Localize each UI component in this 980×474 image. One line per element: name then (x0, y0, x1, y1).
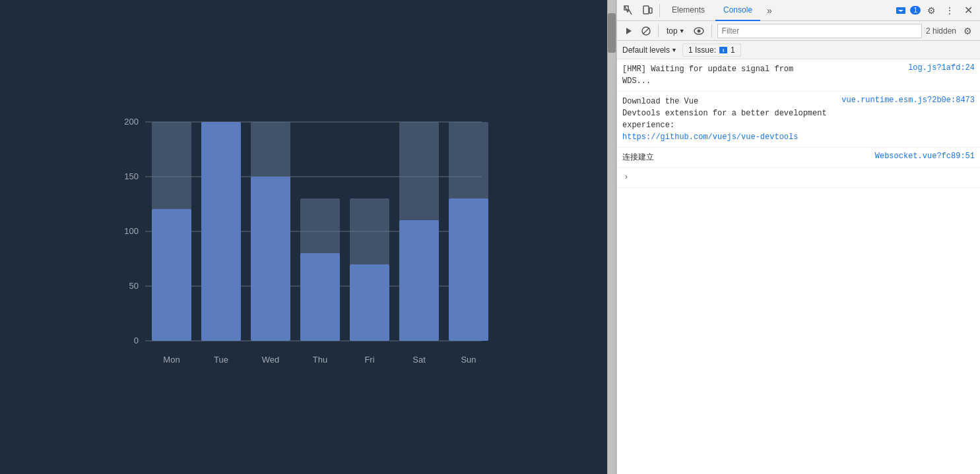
svg-rect-19 (350, 264, 389, 341)
scrollbar-thumb[interactable] (608, 13, 616, 53)
console-message-link[interactable]: vue.runtime.esm.js?2b0e:8473 (841, 96, 975, 105)
toolbar2-divider (658, 24, 659, 38)
tab-console[interactable]: Console (715, 0, 760, 21)
devtools-panel: Elements Console » 1 ⚙ ⋮ ✕ (616, 0, 980, 474)
svg-text:Thu: Thu (313, 355, 327, 365)
devtools-toolbar: Elements Console » 1 ⚙ ⋮ ✕ (617, 0, 980, 21)
devtools-toolbar3: Default levels ▼ 1 Issue: i 1 (617, 41, 980, 59)
message-icon (896, 5, 906, 16)
svg-text:Wed: Wed (262, 355, 280, 365)
chart-panel: 200 150 100 50 0 (0, 0, 607, 474)
hidden-count: 2 hidden (926, 26, 956, 36)
console-settings-button[interactable]: ⚙ (960, 24, 975, 38)
svg-text:i: i (723, 47, 724, 53)
svg-text:50: 50 (129, 281, 139, 291)
console-entry: [HMR] Waiting for update signal from WDS… (617, 59, 980, 92)
svg-rect-33 (649, 8, 652, 13)
svg-text:100: 100 (124, 226, 139, 236)
svg-text:Fri: Fri (364, 355, 374, 365)
bar-chart: 200 150 100 50 0 (112, 89, 495, 386)
execute-button[interactable] (622, 24, 636, 38)
page-scrollbar[interactable] (607, 0, 616, 474)
svg-text:0: 0 (134, 336, 139, 345)
more-tabs-button[interactable]: » (763, 3, 776, 18)
console-message-text: [HMR] Waiting for update signal from WDS… (622, 63, 908, 87)
console-message-text: Download the Vue Devtools extension for … (622, 96, 841, 143)
vue-devtools-url-link[interactable]: https://github.com/vuejs/vue-devtools (622, 133, 798, 142)
notification-badge-area: 1 (896, 5, 921, 16)
svg-text:200: 200 (124, 117, 139, 127)
svg-rect-23 (449, 198, 488, 341)
svg-point-40 (697, 29, 700, 32)
device-toolbar-button[interactable] (639, 3, 655, 18)
console-message-link[interactable]: Websocket.vue?fc89:51 (875, 152, 975, 161)
svg-line-38 (643, 28, 649, 34)
svg-text:Sun: Sun (461, 355, 476, 365)
svg-rect-21 (399, 220, 439, 341)
console-expand-entry: › (617, 168, 980, 188)
eye-button[interactable] (692, 24, 706, 38)
svg-text:150: 150 (124, 171, 139, 181)
svg-text:Sat: Sat (412, 355, 426, 365)
console-entry: Download the Vue Devtools extension for … (617, 92, 980, 148)
close-devtools-button[interactable]: ✕ (960, 3, 976, 18)
settings-button[interactable]: ⚙ (923, 3, 939, 18)
svg-rect-32 (643, 6, 649, 14)
issue-icon: i (719, 45, 728, 55)
filter-input[interactable] (717, 24, 922, 38)
more-options-button[interactable]: ⋮ (942, 3, 958, 18)
toolbar2-divider2 (711, 24, 712, 38)
default-levels-dropdown[interactable]: Default levels ▼ (622, 45, 677, 55)
svg-rect-11 (152, 209, 191, 341)
expand-arrow-icon[interactable]: › (622, 171, 630, 183)
clear-console-button[interactable] (639, 24, 653, 38)
issue-badge[interactable]: 1 Issue: i 1 (682, 44, 741, 57)
devtools-toolbar2: top ▼ 2 hidden ⚙ (617, 21, 980, 41)
svg-text:Tue: Tue (214, 355, 228, 365)
svg-rect-13 (201, 122, 241, 341)
svg-rect-17 (300, 253, 340, 341)
badge-count: 1 (910, 6, 921, 15)
chart-container: 200 150 100 50 0 (112, 89, 495, 386)
console-message-text: 连接建立 (622, 152, 875, 163)
toolbar-divider (659, 4, 660, 17)
svg-marker-36 (626, 28, 632, 34)
inspect-element-button[interactable] (621, 3, 637, 18)
tab-elements[interactable]: Elements (664, 0, 713, 21)
console-message-link[interactable]: log.js?1afd:24 (908, 63, 975, 73)
console-entry: 连接建立 Websocket.vue?fc89:51 (617, 148, 980, 168)
console-messages-area: [HMR] Waiting for update signal from WDS… (617, 59, 980, 474)
context-dropdown[interactable]: top ▼ (664, 25, 688, 37)
svg-text:Mon: Mon (163, 355, 180, 365)
svg-rect-15 (251, 177, 290, 341)
